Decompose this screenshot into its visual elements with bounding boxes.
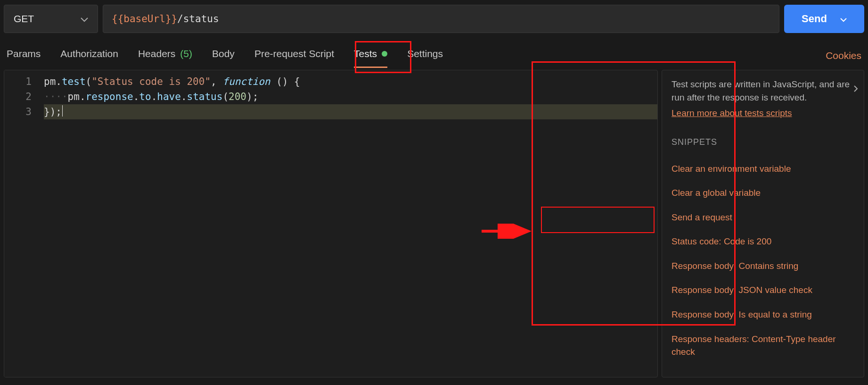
snippets-header: SNIPPETS	[671, 136, 854, 148]
snippet-body-contains[interactable]: Response body: Contains string	[671, 254, 854, 278]
snippet-json-value[interactable]: Response body: JSON value check	[671, 278, 854, 302]
http-method-select[interactable]: GET	[4, 5, 98, 33]
request-tabs: Params Authorization Headers (5) Body Pr…	[7, 43, 443, 68]
snippet-send-request[interactable]: Send a request	[671, 205, 854, 230]
url-variable: {{baseUrl}}	[112, 13, 177, 25]
tab-params[interactable]: Params	[7, 43, 41, 68]
snippet-status-200[interactable]: Status code: Code is 200	[671, 229, 854, 254]
http-method-value: GET	[14, 13, 34, 25]
learn-more-link[interactable]: Learn more about tests scripts	[671, 107, 854, 120]
chevron-down-icon	[81, 13, 88, 25]
text-cursor	[62, 105, 63, 117]
cookies-link[interactable]: Cookies	[826, 50, 861, 61]
snippet-content-type[interactable]: Response headers: Content-Type header ch…	[671, 327, 854, 364]
tab-tests[interactable]: Tests	[354, 43, 387, 68]
collapse-panel-icon[interactable]	[853, 83, 858, 96]
snippets-panel: Test scripts are written in JavaScript, …	[662, 70, 864, 377]
headers-count: (5)	[180, 48, 192, 59]
snippet-clear-global-var[interactable]: Clear a global variable	[671, 181, 854, 205]
send-button[interactable]: Send	[784, 5, 864, 33]
snippets-description: Test scripts are written in JavaScript, …	[671, 78, 854, 104]
tab-prerequest[interactable]: Pre-request Script	[254, 43, 334, 68]
chevron-down-icon	[840, 13, 847, 25]
url-path: /status	[177, 13, 219, 25]
tab-settings[interactable]: Settings	[407, 43, 443, 68]
snippet-clear-env-var[interactable]: Clear an environment variable	[671, 157, 854, 181]
editor-gutter: 1 2 3	[4, 70, 44, 377]
modified-dot-icon	[382, 51, 387, 57]
snippet-body-equal[interactable]: Response body: Is equal to a string	[671, 302, 854, 327]
url-input[interactable]: {{baseUrl}}/status	[103, 5, 779, 33]
send-label: Send	[802, 13, 827, 25]
editor-code[interactable]: pm.test("Status code is 200", function (…	[44, 70, 657, 377]
tests-code-editor[interactable]: 1 2 3 pm.test("Status code is 200", func…	[4, 70, 658, 377]
tab-body[interactable]: Body	[212, 43, 235, 68]
tab-headers[interactable]: Headers (5)	[138, 43, 192, 68]
tab-authorization[interactable]: Authorization	[60, 43, 118, 68]
